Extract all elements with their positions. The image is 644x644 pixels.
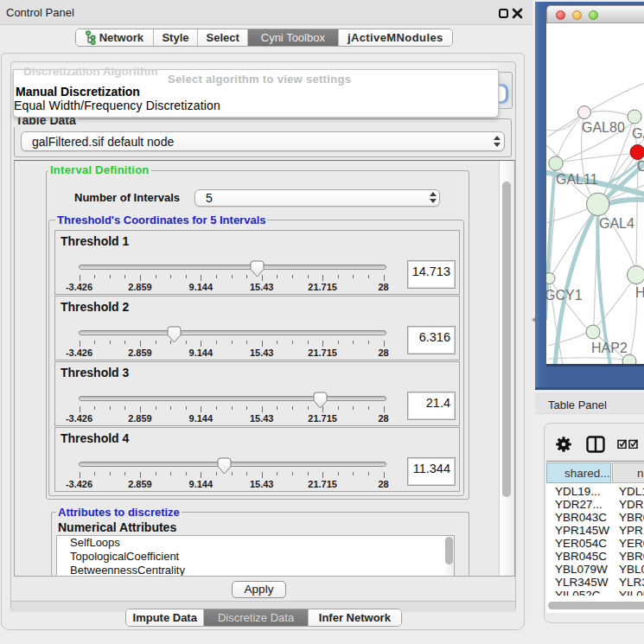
svg-text:HAP2: HAP2 bbox=[591, 341, 628, 355]
svg-text:HA: HA bbox=[635, 285, 644, 300]
svg-text:GAL11: GAL11 bbox=[556, 172, 598, 187]
svg-text:GA: GA bbox=[632, 126, 644, 141]
svg-text:GCY1: GCY1 bbox=[546, 288, 583, 303]
svg-text:C: C bbox=[637, 159, 644, 174]
svg-text:GAL4: GAL4 bbox=[599, 216, 634, 231]
svg-text:GAL80: GAL80 bbox=[582, 120, 625, 135]
